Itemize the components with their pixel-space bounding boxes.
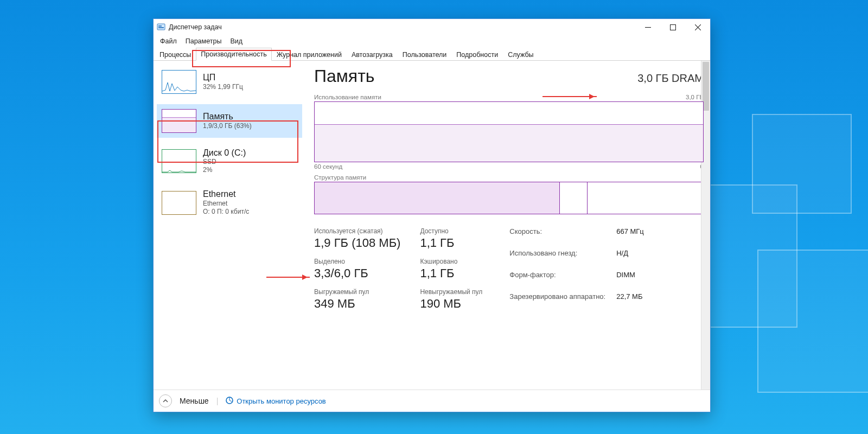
disk-sub2: 2% <box>203 166 246 174</box>
memory-usage-graph <box>314 101 704 162</box>
form-k: Форм-фактор: <box>509 271 605 289</box>
svg-rect-0 <box>157 24 165 30</box>
tab-details[interactable]: Подробности <box>451 48 503 61</box>
svg-rect-1 <box>158 25 162 27</box>
detail-pane: Память 3,0 ГБ DRAM Использование памяти … <box>305 61 710 390</box>
tab-users[interactable]: Пользователи <box>398 48 452 61</box>
slots-k: Использовано гнезд: <box>509 249 605 267</box>
menu-bar: Файл Параметры Вид <box>154 35 710 47</box>
used-value: 1,9 ГБ (108 МБ) <box>314 236 400 250</box>
tab-processes[interactable]: Процессы <box>155 48 196 61</box>
composition-label: Структура памяти <box>314 174 366 181</box>
task-manager-window: Диспетчер задач Файл Параметры Вид Проце… <box>153 18 711 412</box>
window-title: Диспетчер задач <box>169 23 222 31</box>
sidebar-item-ethernet[interactable]: Ethernet Ethernet О: 0 П: 0 кбит/с <box>157 184 302 220</box>
cached-value: 1,1 ГБ <box>420 266 482 280</box>
menu-file[interactable]: Файл <box>156 36 181 46</box>
resource-monitor-label: Открыть монитор ресурсов <box>237 397 326 405</box>
committed-label: Выделено <box>314 258 400 265</box>
cpu-thumbnail <box>162 70 196 94</box>
page-title: Память <box>314 66 374 86</box>
menu-options[interactable]: Параметры <box>181 36 226 46</box>
disk-thumbnail <box>162 149 196 173</box>
divider: | <box>216 397 219 405</box>
usage-graph-label: Использование памяти <box>314 94 381 100</box>
maximize-button[interactable] <box>660 19 685 35</box>
resource-sidebar: ЦП 32% 1,99 ГГц Память 1,9/3,0 ГБ (63%) <box>154 61 305 390</box>
sidebar-item-cpu[interactable]: ЦП 32% 1,99 ГГц <box>157 65 302 99</box>
committed-value: 3,3/6,0 ГБ <box>314 266 400 280</box>
cpu-sub: 32% 1,99 ГГц <box>203 83 243 91</box>
net-sub1: Ethernet <box>203 200 249 208</box>
paged-label: Выгружаемый пул <box>314 288 400 296</box>
disk-sub1: SSD <box>203 158 246 166</box>
sidebar-item-disk[interactable]: Диск 0 (C:) SSD 2% <box>157 143 302 179</box>
tab-app-history[interactable]: Журнал приложений <box>272 48 347 61</box>
avail-label: Доступно <box>420 227 482 235</box>
reserved-k: Зарезервировано аппаратно: <box>509 292 605 311</box>
tab-strip: Процессы Производительность Журнал прило… <box>154 47 710 61</box>
minimize-button[interactable] <box>635 19 660 35</box>
cached-label: Кэшировано <box>420 258 482 265</box>
nonpaged-label: Невыгружаемый пул <box>420 288 482 296</box>
sidebar-item-memory[interactable]: Память 1,9/3,0 ГБ (63%) <box>157 104 302 138</box>
form-v: DIMM <box>616 271 644 289</box>
x-axis-left: 60 секунд <box>314 163 342 170</box>
svg-line-9 <box>229 400 232 401</box>
memory-sub: 1,9/3,0 ГБ (63%) <box>203 122 252 130</box>
nonpaged-value: 190 МБ <box>420 297 482 311</box>
open-resource-monitor-link[interactable]: Открыть монитор ресурсов <box>226 397 326 406</box>
svg-rect-4 <box>670 24 675 30</box>
slots-v: Н/Д <box>616 249 644 267</box>
memory-total: 3,0 ГБ DRAM <box>637 72 704 85</box>
menu-view[interactable]: Вид <box>226 36 247 46</box>
app-icon <box>157 23 165 31</box>
disk-title: Диск 0 (C:) <box>203 148 246 158</box>
memory-composition-graph <box>314 182 704 214</box>
used-label: Используется (сжатая) <box>314 227 400 235</box>
fewer-details-button[interactable] <box>159 394 172 407</box>
tab-services[interactable]: Службы <box>503 48 538 61</box>
close-button[interactable] <box>685 19 710 35</box>
net-thumbnail <box>162 191 196 215</box>
avail-value: 1,1 ГБ <box>420 236 482 250</box>
titlebar[interactable]: Диспетчер задач <box>154 19 710 35</box>
speed-k: Скорость: <box>509 227 605 246</box>
tab-performance[interactable]: Производительность <box>196 48 271 61</box>
cpu-title: ЦП <box>203 73 243 82</box>
memory-thumbnail <box>162 109 196 133</box>
stats-grid: Используется (сжатая)1,9 ГБ (108 МБ) Дос… <box>314 227 482 311</box>
bottom-bar: Меньше | Открыть монитор ресурсов <box>154 390 710 412</box>
details-kv: Скорость:667 МГц Использовано гнезд:Н/Д … <box>509 227 643 311</box>
net-sub2: О: 0 П: 0 кбит/с <box>203 208 249 216</box>
tab-startup[interactable]: Автозагрузка <box>347 48 398 61</box>
paged-value: 349 МБ <box>314 297 400 311</box>
memory-title: Память <box>203 112 252 122</box>
resource-monitor-icon <box>226 397 233 406</box>
fewer-details-label[interactable]: Меньше <box>180 397 209 405</box>
speed-v: 667 МГц <box>616 227 644 246</box>
svg-rect-2 <box>158 27 164 28</box>
net-title: Ethernet <box>203 189 249 199</box>
reserved-v: 22,7 МБ <box>616 292 644 311</box>
